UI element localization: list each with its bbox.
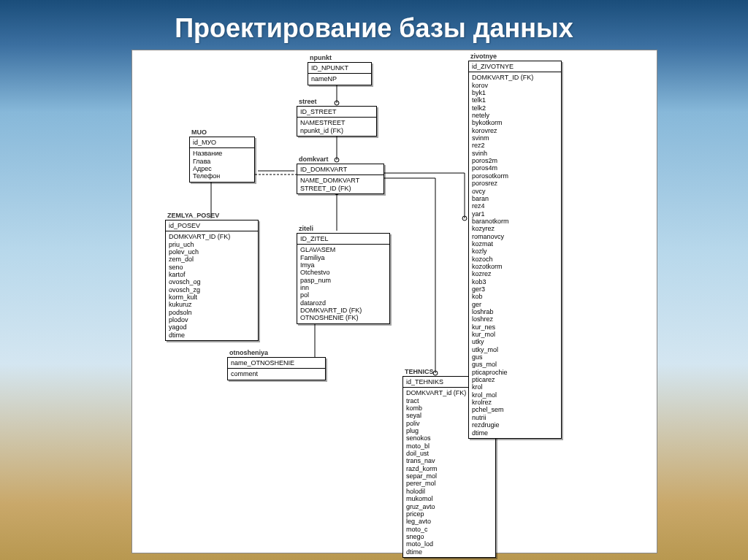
entity-otnosheniya: otnosheniya name_OTNOSHENIE comment [227, 357, 326, 380]
field: kozyrez [472, 225, 558, 232]
entity-title: domkvart [299, 156, 329, 163]
field: GLAVASEM [300, 246, 386, 253]
field: separ_mol [406, 472, 492, 480]
field: kozoch [472, 256, 558, 263]
field: yar1 [472, 210, 558, 218]
entity-title: TEHNICS [405, 368, 434, 375]
entity-domkvart: domkvart ID_DOMKVART NAME_DOMKVART STREE… [297, 164, 384, 194]
field: Otchestvo [300, 269, 386, 276]
entity-muo: MUO id_МУО Название Глава Адрес Телефон [189, 137, 255, 183]
field: ovcy [472, 188, 558, 195]
field: rez4 [472, 202, 558, 210]
page-title: Проектирование базы данных [0, 0, 748, 44]
field: kob3 [472, 278, 558, 285]
field: krol_mol [472, 391, 558, 399]
entity-ziteli: ziteli ID_ZITEL GLAVASEMFamiliyaImyaOtch… [297, 233, 390, 324]
field: NAME_DOMKVART [300, 177, 381, 184]
entity-title: npunkt [310, 54, 332, 61]
entity-title: ziteli [299, 225, 313, 232]
pk-field: name_OTNOSHENIE [231, 359, 322, 367]
field: Название [193, 150, 251, 157]
entity-title: MUO [191, 129, 207, 136]
pk-field: ID_NPUNKT [311, 64, 368, 72]
field: korovrez [472, 127, 558, 134]
field: DOMKVART_ID (FK) [300, 307, 386, 314]
field: razd_korm [406, 465, 492, 472]
field: seno [169, 264, 255, 271]
field: porosotkorm [472, 172, 558, 180]
field: NAMESTREET [300, 119, 373, 126]
field: kukuruz [169, 301, 255, 308]
field: pticarez [472, 376, 558, 383]
field: priu_uch [169, 241, 255, 248]
field: kozotkorm [472, 263, 558, 270]
entity-title: otnosheniya [229, 349, 268, 356]
field: Глава [193, 158, 251, 165]
field: kozly [472, 248, 558, 255]
field: loshrez [472, 315, 558, 323]
field: leg_avto [406, 518, 492, 525]
field: baran [472, 195, 558, 202]
field: kur_mol [472, 331, 558, 338]
field: korov [472, 82, 558, 89]
field: Familiya [300, 254, 386, 261]
field: DOMKVART_ID (FK) [472, 74, 558, 81]
field: kartof [169, 271, 255, 278]
field: yagod [169, 323, 255, 331]
field: romanovcy [472, 233, 558, 240]
field: snego [406, 533, 492, 540]
field: nameNP [311, 75, 368, 83]
field: moto_lod [406, 540, 492, 548]
entity-npunkt: npunkt ID_NPUNKT nameNP [308, 62, 372, 85]
field: ovosch_zg [169, 286, 255, 294]
field: kob [472, 293, 558, 300]
field: ovosch_og [169, 278, 255, 285]
entity-title: zivotnye [470, 53, 497, 60]
svg-point-14 [462, 216, 467, 220]
entity-title: ZEMLYA_POSEV [167, 212, 219, 219]
field: Телефон [193, 172, 251, 180]
field: gus_mol [472, 361, 558, 368]
field: loshrab [472, 308, 558, 315]
field: gus [472, 353, 558, 361]
field: poros4m [472, 164, 558, 172]
svg-point-1 [335, 101, 339, 105]
field: baranotkorm [472, 218, 558, 225]
field: moto_bl [406, 442, 492, 450]
field: svinh [472, 150, 558, 157]
field: kur_nes [472, 323, 558, 331]
field: korm_kult [169, 294, 255, 301]
pk-field: ID_DOMKVART [300, 166, 381, 173]
field: pchel_sem [472, 406, 558, 413]
field: inn [300, 284, 386, 291]
field: pticaprochie [472, 369, 558, 376]
field: mukomol [406, 495, 492, 502]
field: byk1 [472, 89, 558, 96]
field: zem_dol [169, 256, 255, 263]
field: telk1 [472, 96, 558, 104]
pk-field: id_ZIVOTNYE [472, 63, 558, 70]
field: moto_c [406, 526, 492, 533]
field: plodov [169, 316, 255, 323]
field: netely [472, 112, 558, 119]
entity-zemlya-posev: ZEMLYA_POSEV id_POSEV DOMKVART_ID (FK)pr… [165, 220, 259, 341]
field: pasp_num [300, 277, 386, 284]
field: podsoln [169, 309, 255, 316]
field: utky [472, 338, 558, 345]
field: npunkt_id (FK) [300, 127, 373, 134]
field: porosrez [472, 180, 558, 187]
entity-street: street ID_STREET NAMESTREET npunkt_id (F… [297, 106, 377, 137]
field: ger [472, 301, 558, 308]
field: krol [472, 383, 558, 391]
field: gruz_avto [406, 503, 492, 510]
field: Адрес [193, 165, 251, 172]
field: dtime [472, 429, 558, 437]
field: rez2 [472, 142, 558, 149]
field: dtime [406, 548, 492, 556]
field: OTNOSHENIE (FK) [300, 314, 386, 321]
field: svinm [472, 134, 558, 142]
field: polev_uch [169, 248, 255, 256]
field: DOMKVART_ID (FK) [169, 233, 255, 240]
entity-zivotnye: zivotnye id_ZIVOTNYE DOMKVART_ID (FK)kor… [468, 61, 562, 439]
field: comment [231, 370, 322, 377]
